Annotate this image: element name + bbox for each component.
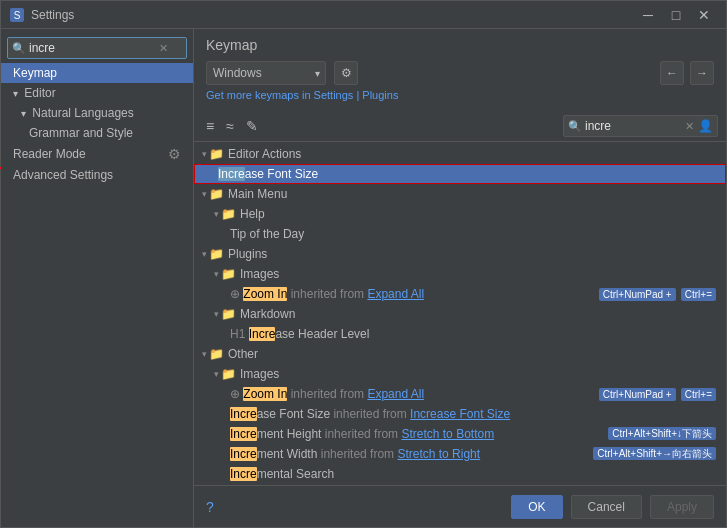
sidebar-item-keymap-label: Keymap	[13, 66, 57, 80]
sidebar-search-container: 🔍 ✕	[1, 33, 193, 63]
main-menu-label: Main Menu	[228, 187, 718, 201]
chevron-down-icon: ▾	[13, 88, 18, 99]
increase-font-size-other-label: Increase Font Size inherited from Increa…	[230, 407, 718, 421]
folder-icon: 📁	[221, 307, 236, 321]
sidebar-item-grammar[interactable]: Grammar and Style	[1, 123, 193, 143]
tree-item-increment-height[interactable]: Increment Height inherited from Stretch …	[194, 424, 726, 444]
plus-icon: ⊕	[230, 287, 243, 301]
shortcut-zoom-plugins: Ctrl+NumPad + Ctrl+=	[599, 288, 718, 300]
sidebar-item-natural-languages[interactable]: ▾ Natural Languages	[1, 103, 193, 123]
tree-item-markdown[interactable]: ▾ 📁 Markdown	[194, 304, 726, 324]
minimize-button[interactable]: ─	[634, 4, 662, 26]
nav-back-button[interactable]: ←	[660, 61, 684, 85]
folder-icon: 📁	[209, 347, 224, 361]
increase-font-size-label: Increase Font Size	[218, 167, 718, 181]
tree-toolbar: ≡ ≈ ✎ 🔍 ✕ 👤	[194, 111, 726, 142]
expand-arrow-icon: ▾	[202, 149, 207, 159]
tree-item-increment-width[interactable]: Increment Width inherited from Stretch t…	[194, 444, 726, 464]
edit-button[interactable]: ✎	[242, 116, 262, 136]
expand-all-link-other[interactable]: Expand All	[367, 387, 424, 401]
keymap-select-wrapper: Windows	[206, 61, 326, 85]
settings-window: S Settings ─ □ ✕ 🔍 ✕ Keymap ▾	[0, 0, 727, 528]
shortcut-zoom-other: Ctrl+NumPad + Ctrl+=	[599, 388, 718, 400]
svg-text:S: S	[14, 10, 21, 21]
search-icon: 🔍	[12, 42, 26, 55]
expand-all-button[interactable]: ≡	[202, 116, 218, 136]
tree-item-increase-font-size-other[interactable]: Increase Font Size inherited from Increa…	[194, 404, 726, 424]
sidebar-item-advanced-settings[interactable]: Advanced Settings	[1, 165, 193, 185]
apply-button[interactable]: Apply	[650, 495, 714, 519]
folder-icon: 📁	[221, 267, 236, 281]
sidebar: 🔍 ✕ Keymap ▾ Editor ▾ Natural Languages …	[1, 29, 194, 527]
footer: ? OK Cancel Apply	[194, 485, 726, 527]
help-button[interactable]: ?	[206, 499, 214, 515]
tree-search-icon: 🔍	[568, 120, 582, 133]
tree-item-main-menu[interactable]: ▾ 📁 Main Menu	[194, 184, 726, 204]
sidebar-item-editor[interactable]: ▾ Editor	[1, 83, 193, 103]
cancel-button[interactable]: Cancel	[571, 495, 642, 519]
tree-item-editor-actions[interactable]: ▾ 📁 Editor Actions	[194, 144, 726, 164]
tree-item-increase-header[interactable]: H1 Increase Header Level	[194, 324, 726, 344]
inherited-text: inherited from	[291, 287, 368, 301]
tree-item-other[interactable]: ▾ 📁 Other	[194, 344, 726, 364]
tree-item-incremental-search[interactable]: Incremental Search	[194, 464, 726, 484]
settings-icon[interactable]: ⚙	[168, 146, 181, 162]
tree-item-plugins[interactable]: ▾ 📁 Plugins	[194, 244, 726, 264]
increment-width-label: Increment Width inherited from Stretch t…	[230, 447, 593, 461]
plugins-label: Plugins	[228, 247, 718, 261]
other-label: Other	[228, 347, 718, 361]
maximize-button[interactable]: □	[662, 4, 690, 26]
tree-item-zoom-in-other[interactable]: ⊕ Zoom In inherited from Expand All Ctrl…	[194, 384, 726, 404]
tree-item-help[interactable]: ▾ 📁 Help	[194, 204, 726, 224]
window-controls: ─ □ ✕	[634, 4, 718, 26]
tree-item-increase-font-size[interactable]: Increase Font Size	[194, 164, 726, 184]
nav-forward-button[interactable]: →	[690, 61, 714, 85]
panel-title: Keymap	[206, 37, 714, 53]
expand-all-link[interactable]: Expand All	[367, 287, 424, 301]
tree-item-tip-of-day[interactable]: Tip of the Day	[194, 224, 726, 244]
zoom-in-other-label: ⊕ Zoom In inherited from Expand All	[230, 387, 599, 401]
zoom-in-plugins-label: ⊕ Zoom In inherited from Expand All	[230, 287, 599, 301]
sidebar-item-grammar-label: Grammar and Style	[29, 126, 133, 140]
sidebar-search-input[interactable]	[29, 41, 159, 55]
sidebar-item-keymap[interactable]: Keymap	[1, 63, 193, 83]
markdown-label: Markdown	[240, 307, 718, 321]
keymap-gear-button[interactable]: ⚙	[334, 61, 358, 85]
expand-arrow-icon: ▾	[214, 309, 219, 319]
shortcut-increment-height: Ctrl+Alt+Shift+↓下箭头	[608, 427, 718, 441]
increase-font-size-link[interactable]: Increase Font Size	[410, 407, 510, 421]
title-bar: S Settings ─ □ ✕	[1, 1, 726, 29]
expand-arrow-icon: ▾	[202, 189, 207, 199]
ok-button[interactable]: OK	[511, 495, 562, 519]
user-icon: 👤	[698, 119, 713, 133]
collapse-all-button[interactable]: ≈	[222, 116, 238, 136]
tree-search-box[interactable]: 🔍 ✕ 👤	[563, 115, 718, 137]
keymap-select-row: Windows ⚙ ← →	[206, 61, 714, 85]
tree-item-zoom-in-plugins[interactable]: ⊕ Zoom In inherited from Expand All Ctrl…	[194, 284, 726, 304]
editor-actions-label: Editor Actions	[228, 147, 718, 161]
stretch-bottom-link[interactable]: Stretch to Bottom	[401, 427, 494, 441]
sidebar-search-box[interactable]: 🔍 ✕	[7, 37, 187, 59]
get-more-keymaps-link[interactable]: Get more keymaps in Settings | Plugins	[206, 89, 398, 101]
images-plugins-label: Images	[240, 267, 718, 281]
app-icon: S	[9, 7, 25, 23]
plus-icon: ⊕	[230, 387, 243, 401]
tree-search-input[interactable]	[585, 119, 685, 133]
sidebar-item-reader-mode[interactable]: Reader Mode	[13, 147, 86, 161]
folder-icon: 📁	[209, 187, 224, 201]
folder-icon: 📁	[221, 207, 236, 221]
stretch-right-link[interactable]: Stretch to Right	[397, 447, 480, 461]
tree-item-images-other[interactable]: ▾ 📁 Images	[194, 364, 726, 384]
main-panel: Keymap Windows ⚙ ← → Get more keymaps in…	[194, 29, 726, 527]
images-other-label: Images	[240, 367, 718, 381]
sidebar-item-natural-languages-label: Natural Languages	[32, 106, 133, 120]
sidebar-item-editor-label: Editor	[24, 86, 55, 100]
plugin-link[interactable]: Get more keymaps in Settings | Plugins	[206, 89, 714, 101]
chevron-down-icon: ▾	[21, 108, 26, 119]
sidebar-search-clear[interactable]: ✕	[159, 42, 168, 55]
close-button[interactable]: ✕	[690, 4, 718, 26]
tree-item-images-plugins[interactable]: ▾ 📁 Images	[194, 264, 726, 284]
tree-search-clear[interactable]: ✕	[685, 120, 694, 133]
keymap-select[interactable]: Windows	[206, 61, 326, 85]
highlight-span: Incre	[218, 167, 245, 181]
